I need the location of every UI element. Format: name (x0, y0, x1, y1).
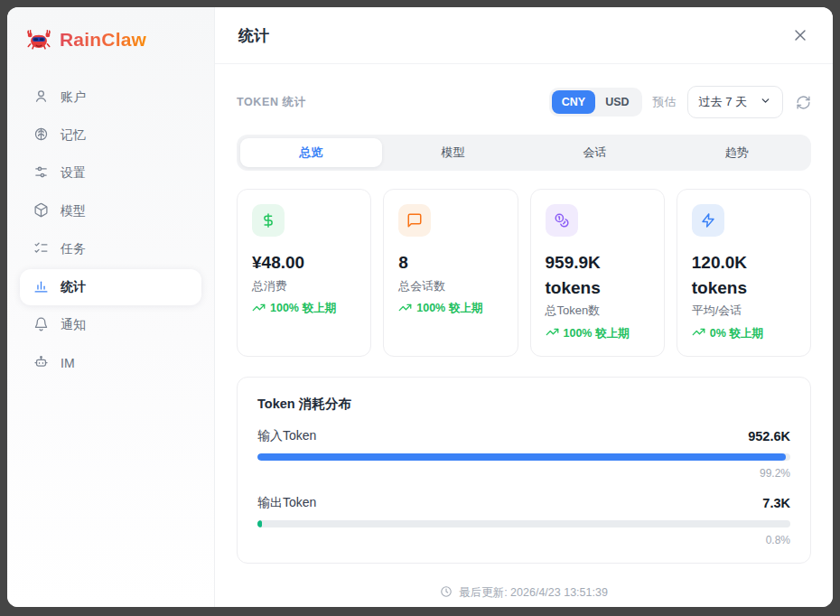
trend-text: 0% 较上期 (710, 326, 763, 341)
tab-sessions[interactable]: 会话 (524, 138, 666, 167)
clock-icon (440, 585, 453, 601)
date-range-value: 过去 7 天 (699, 94, 747, 110)
chat-bubble-icon (398, 204, 431, 237)
input-token-row: 输入Token 952.6K 99.2% (257, 428, 790, 480)
sidebar-item-statistics[interactable]: 统计 (20, 269, 201, 305)
crab-logo-icon (25, 27, 52, 52)
stat-trend: 100% 较上期 (546, 325, 649, 341)
bell-icon (33, 316, 49, 334)
stat-value: 959.9K tokens (546, 250, 649, 300)
sidebar-nav: 账户 记忆 设置 模型 任务 统计 (20, 79, 201, 381)
toolbar-controls: CNY USD 预估 过去 7 天 (549, 86, 811, 118)
coins-icon (546, 204, 578, 237)
sidebar-item-account[interactable]: 账户 (20, 79, 201, 116)
stat-trend: 100% 较上期 (398, 301, 502, 317)
currency-toggle: CNY USD (549, 88, 642, 117)
trending-up-icon (398, 301, 412, 317)
trending-up-icon (692, 325, 705, 341)
stat-cards: ¥48.00 总消费 100% 较上期 8 总会话数 100% 较 (237, 189, 811, 357)
avg-per-session-card: 120.0K tokens 平均/会话 0% 较上期 (677, 189, 811, 357)
tab-overview[interactable]: 总览 (240, 138, 382, 167)
user-icon (33, 89, 49, 107)
stat-trend: 0% 较上期 (692, 325, 796, 341)
trending-up-icon (546, 325, 559, 341)
date-range-select[interactable]: 过去 7 天 (687, 86, 783, 118)
distribution-row-percent: 0.8% (257, 534, 790, 546)
brain-icon (33, 126, 49, 145)
distribution-title: Token 消耗分布 (257, 396, 790, 413)
sidebar-item-models[interactable]: 模型 (20, 193, 201, 229)
distribution-row-label: 输入Token (257, 428, 316, 444)
app-logo: RainClaw (20, 23, 201, 52)
last-updated-row: 最后更新: 2026/4/23 13:51:39 (237, 585, 811, 601)
sidebar-item-label: 通知 (61, 317, 86, 333)
cube-icon (33, 202, 49, 220)
stat-value: 120.0K tokens (692, 250, 796, 300)
dialog-header: 统计 (215, 7, 833, 64)
stat-label: 总Token数 (546, 303, 649, 319)
stat-value: 8 (398, 250, 502, 275)
distribution-row-value: 952.6K (748, 429, 790, 443)
sidebar-item-memory[interactable]: 记忆 (20, 117, 201, 154)
page-title: 统计 (238, 25, 269, 46)
list-checks-icon (33, 240, 49, 258)
stat-trend: 100% 较上期 (252, 301, 356, 317)
sidebar: RainClaw 账户 记忆 设置 模型 任务 (7, 7, 215, 607)
sidebar-item-label: 统计 (61, 279, 86, 295)
app-title: RainClaw (60, 29, 146, 51)
bot-icon (33, 354, 49, 372)
tab-trends[interactable]: 趋势 (666, 138, 807, 167)
distribution-row-label: 输出Token (257, 495, 316, 511)
stats-tabs: 总览 模型 会话 趋势 (237, 135, 811, 171)
output-token-bar-fill (257, 520, 262, 527)
sidebar-item-label: 任务 (61, 241, 86, 257)
section-label: TOKEN 统计 (237, 95, 306, 110)
sidebar-item-notifications[interactable]: 通知 (20, 307, 201, 343)
total-spend-card: ¥48.00 总消费 100% 较上期 (237, 189, 371, 357)
estimate-label: 预估 (653, 94, 677, 110)
input-token-bar-fill (257, 453, 786, 461)
trend-text: 100% 较上期 (564, 326, 630, 341)
total-tokens-card: 959.9K tokens 总Token数 100% 较上期 (530, 189, 665, 357)
output-token-row: 输出Token 7.3K 0.8% (257, 495, 790, 546)
statistics-content: TOKEN 统计 CNY USD 预估 过去 7 天 (215, 64, 833, 607)
tab-models[interactable]: 模型 (382, 138, 524, 167)
last-updated-text: 最后更新: 2026/4/23 13:51:39 (459, 585, 608, 601)
trend-text: 100% 较上期 (270, 301, 336, 316)
stat-label: 总消费 (252, 278, 356, 294)
sidebar-item-settings[interactable]: 设置 (20, 155, 201, 191)
app-window: RainClaw 账户 记忆 设置 模型 任务 (7, 7, 833, 607)
currency-usd-button[interactable]: USD (595, 90, 639, 114)
sidebar-item-im[interactable]: IM (20, 345, 201, 381)
sidebar-item-label: 设置 (61, 165, 86, 182)
input-token-bar-track (257, 453, 790, 461)
sidebar-item-label: IM (61, 356, 75, 370)
stat-label: 平均/会话 (692, 303, 796, 319)
total-sessions-card: 8 总会话数 100% 较上期 (383, 189, 518, 357)
sliders-icon (33, 164, 49, 182)
zap-icon (692, 204, 724, 237)
trend-text: 100% 较上期 (416, 301, 482, 316)
chevron-down-icon (760, 95, 771, 109)
stat-value: ¥48.00 (252, 250, 356, 275)
dollar-icon (252, 204, 285, 237)
trending-up-icon (252, 301, 266, 317)
sidebar-item-label: 账户 (61, 89, 86, 106)
sidebar-item-label: 模型 (61, 203, 86, 219)
stat-label: 总会话数 (398, 278, 502, 294)
currency-cny-button[interactable]: CNY (552, 90, 595, 114)
distribution-row-value: 7.3K (762, 496, 790, 510)
token-distribution-card: Token 消耗分布 输入Token 952.6K 99.2% 输出Token … (237, 377, 811, 564)
output-token-bar-track (257, 520, 790, 527)
main-panel: 统计 TOKEN 统计 CNY USD 预估 过去 7 天 (215, 7, 833, 607)
refresh-icon[interactable] (796, 95, 811, 110)
sidebar-item-tasks[interactable]: 任务 (20, 231, 201, 267)
close-icon[interactable] (791, 26, 809, 44)
sidebar-item-label: 记忆 (61, 127, 86, 144)
bar-chart-icon (33, 278, 49, 296)
token-stats-toolbar: TOKEN 统计 CNY USD 预估 过去 7 天 (237, 86, 811, 118)
distribution-row-percent: 99.2% (257, 467, 790, 480)
